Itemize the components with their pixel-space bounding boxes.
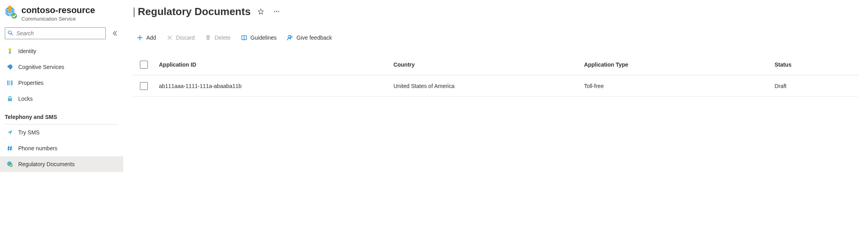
add-button[interactable]: Add bbox=[133, 31, 160, 44]
collapse-sidebar-button[interactable] bbox=[111, 29, 119, 37]
sidebar-item-phone-numbers[interactable]: Phone numbers bbox=[0, 140, 123, 156]
sidebar-item-properties[interactable]: Properties bbox=[0, 75, 123, 91]
delete-button: Delete bbox=[201, 31, 234, 44]
resource-header: contoso-resource Communication Service bbox=[0, 3, 123, 27]
sidebar-item-label: Regulatory Documents bbox=[18, 161, 75, 167]
sidebar-item-label: Locks bbox=[18, 96, 33, 102]
page-title: |Regulatory Documents bbox=[133, 6, 250, 18]
sidebar-nav-telephony: Try SMS Phone numbers Regulatory Documen… bbox=[0, 125, 123, 172]
book-icon bbox=[241, 34, 247, 41]
search-input-wrapper[interactable] bbox=[5, 27, 106, 39]
search-input[interactable] bbox=[15, 30, 103, 37]
sidebar-item-label: Try SMS bbox=[18, 129, 40, 136]
cell-application-id: ab111aaa-1111-111a-abaaba11b bbox=[155, 75, 390, 97]
header-checkbox-cell bbox=[133, 54, 155, 75]
cell-status: Draft bbox=[770, 75, 858, 97]
guidelines-button-label: Guidelines bbox=[250, 34, 277, 41]
sidebar-item-cognitive-services[interactable]: Cognitive Services bbox=[0, 59, 123, 75]
svg-rect-5 bbox=[9, 48, 11, 51]
sidebar-item-label: Properties bbox=[18, 80, 44, 86]
properties-icon bbox=[6, 79, 13, 86]
trash-icon bbox=[205, 34, 211, 41]
sidebar-nav: Identity Cognitive Services Properties L… bbox=[0, 43, 123, 107]
col-header-status[interactable]: Status bbox=[770, 54, 858, 75]
resource-name: contoso-resource bbox=[21, 6, 95, 15]
guidelines-button[interactable]: Guidelines bbox=[237, 31, 281, 44]
cell-country: United States of America bbox=[390, 75, 580, 97]
feedback-icon bbox=[287, 34, 293, 41]
sidebar-item-label: Cognitive Services bbox=[18, 64, 64, 70]
sidebar-item-try-sms[interactable]: Try SMS bbox=[0, 125, 123, 140]
favorite-button[interactable] bbox=[255, 6, 266, 17]
svg-point-13 bbox=[276, 11, 277, 12]
hash-icon bbox=[6, 145, 13, 152]
command-bar: Add Discard Delete Guidelines bbox=[133, 31, 858, 48]
sidebar-item-locks[interactable]: Locks bbox=[0, 91, 123, 107]
close-icon bbox=[166, 34, 173, 41]
sidebar-item-label: Phone numbers bbox=[18, 145, 57, 151]
sidebar-item-regulatory-documents[interactable]: Regulatory Documents bbox=[0, 156, 123, 172]
row-checkbox-cell bbox=[133, 75, 155, 97]
more-actions-button[interactable] bbox=[271, 6, 282, 17]
svg-rect-6 bbox=[8, 80, 8, 85]
sidebar-section-telephony: Telephony and SMS bbox=[0, 107, 123, 124]
main-content: |Regulatory Documents Add Discard bbox=[123, 0, 868, 249]
discard-button: Discard bbox=[163, 31, 199, 44]
svg-line-4 bbox=[11, 33, 13, 35]
give-feedback-button-label: Give feedback bbox=[296, 34, 332, 41]
search-icon bbox=[8, 30, 13, 37]
regulatory-documents-icon bbox=[6, 161, 13, 168]
sidebar-item-identity[interactable]: Identity bbox=[0, 43, 123, 59]
communication-service-icon bbox=[4, 6, 17, 19]
page-title-text: Regulatory Documents bbox=[138, 6, 251, 17]
cognitive-services-icon bbox=[6, 63, 13, 71]
col-header-country[interactable]: Country bbox=[390, 54, 580, 75]
sidebar-item-label: Identity bbox=[18, 48, 36, 54]
page-header: |Regulatory Documents bbox=[133, 4, 858, 19]
select-all-checkbox[interactable] bbox=[140, 61, 148, 69]
try-sms-icon bbox=[6, 129, 13, 136]
sidebar: contoso-resource Communication Service I… bbox=[0, 0, 123, 249]
svg-rect-1 bbox=[8, 6, 11, 11]
svg-point-14 bbox=[278, 11, 279, 12]
row-checkbox[interactable] bbox=[140, 82, 148, 90]
svg-point-12 bbox=[274, 11, 275, 12]
svg-rect-9 bbox=[8, 98, 12, 101]
identity-icon bbox=[6, 48, 13, 55]
lock-icon bbox=[6, 95, 13, 102]
delete-button-label: Delete bbox=[214, 34, 230, 41]
give-feedback-button[interactable]: Give feedback bbox=[283, 31, 336, 44]
cell-application-type: Toll-free bbox=[580, 75, 770, 97]
plus-icon bbox=[137, 34, 143, 41]
add-button-label: Add bbox=[146, 34, 156, 41]
col-header-application-type[interactable]: Application Type bbox=[580, 54, 770, 75]
svg-rect-8 bbox=[11, 80, 12, 85]
discard-button-label: Discard bbox=[176, 34, 195, 41]
documents-table: Application ID Country Application Type … bbox=[133, 54, 858, 97]
svg-rect-7 bbox=[10, 80, 10, 85]
resource-type: Communication Service bbox=[21, 16, 95, 22]
col-header-application-id[interactable]: Application ID bbox=[155, 54, 390, 75]
